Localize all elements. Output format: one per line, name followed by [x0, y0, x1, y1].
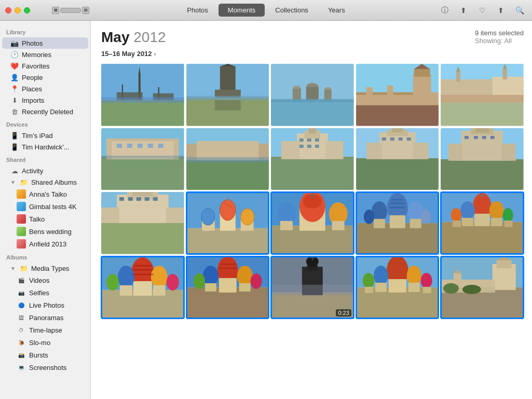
svg-rect-24 [271, 99, 354, 102]
expand-btn[interactable]: ⊟ [82, 7, 89, 14]
photo-11[interactable] [101, 192, 184, 254]
window-controls: ⊞ ⊟ [52, 7, 89, 14]
photo-13[interactable] [271, 192, 354, 254]
photo-2[interactable] [186, 64, 269, 126]
photo-16[interactable] [101, 256, 184, 319]
svg-point-172 [203, 266, 219, 286]
content-area: May 2012 9 items selected Showing: All 1… [91, 21, 532, 399]
selection-count: 9 items selected [475, 29, 524, 37]
sidebar-item-slo-mo[interactable]: 🐌 Slo-mo [2, 336, 88, 349]
svg-point-161 [151, 266, 168, 288]
sidebar-videos-label: Videos [29, 277, 50, 284]
search-button[interactable]: 🔍 [512, 4, 527, 17]
sidebar-item-tim-hardwick[interactable]: 📱 Tim Hardwick'... [2, 141, 88, 153]
tab-moments[interactable]: Moments [219, 4, 265, 17]
svg-rect-187 [271, 285, 354, 295]
svg-rect-47 [117, 144, 122, 148]
sidebar-toggle[interactable]: ⊞ [52, 7, 59, 14]
sidebar-item-photos[interactable]: 📷 Photos [2, 37, 88, 49]
sidebar-item-anfield[interactable]: Anfield 2013 [2, 238, 88, 250]
photo-15[interactable] [441, 192, 524, 254]
sidebar-item-activity[interactable]: ☁ Activity [2, 165, 88, 176]
svg-rect-26 [356, 103, 439, 126]
tab-years[interactable]: Years [319, 4, 354, 17]
fullscreen-button[interactable] [24, 7, 30, 13]
sidebar-item-bursts[interactable]: 📸 Bursts [2, 349, 88, 361]
photo-5[interactable] [441, 64, 524, 126]
svg-rect-57 [186, 157, 269, 162]
sidebar-item-live-photos[interactable]: 🔵 Live Photos [2, 299, 88, 311]
sidebar-timelapse-label: Time-lapse [29, 326, 62, 334]
sidebar-item-annas-taiko[interactable]: Anna's Taiko [2, 188, 88, 200]
photo-17[interactable] [186, 256, 269, 319]
sidebar-item-media-types[interactable]: ▼ 📁 Media Types [2, 263, 88, 274]
sidebar-item-bens-wedding[interactable]: Bens wedding [2, 225, 88, 238]
close-button[interactable] [5, 7, 11, 13]
photo-grid: 0:23 [101, 64, 524, 319]
sidebar-item-people[interactable]: 👤 People [2, 72, 88, 83]
svg-rect-39 [456, 72, 460, 82]
photo-19[interactable] [356, 256, 439, 319]
sidebar-item-videos[interactable]: 🎬 Videos [2, 274, 88, 286]
memories-icon: 🕐 [10, 50, 19, 59]
photo-8[interactable] [271, 128, 354, 190]
svg-rect-88 [501, 144, 516, 161]
photo-4[interactable] [356, 64, 439, 126]
photo-7[interactable] [186, 128, 269, 190]
sidebar-item-shared-albums[interactable]: ▼ 📁 Shared Albums [2, 176, 88, 188]
share-button[interactable]: ⬆ [456, 4, 471, 17]
photo-14[interactable] [356, 192, 439, 254]
svg-rect-146 [462, 218, 473, 226]
sidebar-item-selfies[interactable]: 📷 Selfies [2, 286, 88, 299]
sidebar-item-imports[interactable]: ⬇ Imports [2, 94, 88, 106]
sidebar-recently-deleted-label: Recently Deleted [22, 108, 73, 116]
svg-point-196 [363, 273, 374, 288]
sidebar-bens-wedding-label: Bens wedding [29, 228, 72, 236]
sidebar-item-memories[interactable]: 🕐 Memories [2, 49, 88, 60]
photo-3[interactable] [271, 64, 354, 126]
svg-rect-78 [382, 137, 386, 141]
favorite-button[interactable]: ♡ [475, 4, 489, 17]
date-range[interactable]: 15–16 May 2012 › [101, 50, 524, 58]
titlebar: ⊞ ⊟ Photos Moments Collections Years ⓘ ⬆… [0, 0, 532, 21]
photo-12[interactable] [186, 192, 269, 254]
svg-point-198 [420, 273, 432, 288]
photo-20[interactable] [441, 256, 524, 319]
sidebar-item-panoramas[interactable]: 🖼 Panoramas [2, 311, 88, 324]
photo-10[interactable] [441, 128, 524, 190]
upload-button[interactable]: ⬆ [494, 4, 508, 17]
svg-rect-144 [474, 214, 490, 226]
sidebar-photos-label: Photos [22, 39, 43, 47]
photo-1[interactable] [101, 64, 184, 126]
sidebar-item-screenshots[interactable]: 💻 Screenshots [2, 361, 88, 374]
sidebar-item-taiko[interactable]: Taiko [2, 213, 88, 225]
svg-rect-102 [137, 197, 141, 201]
photo-9[interactable] [356, 128, 439, 190]
tab-collections[interactable]: Collections [266, 4, 318, 17]
sidebar-item-gimbal-tests[interactable]: Gimbal tests 4K [2, 200, 88, 213]
navigation-tabs: Photos Moments Collections Years [178, 4, 354, 17]
svg-rect-103 [145, 197, 149, 201]
sidebar-item-favorites[interactable]: ❤️ Favorites [2, 60, 88, 72]
sidebar-item-places[interactable]: 📍 Places [2, 83, 88, 94]
svg-rect-67 [315, 139, 319, 142]
sidebar-item-tims-ipad[interactable]: 📱 Tim's iPad [2, 130, 88, 141]
sidebar-item-timelapse[interactable]: ⏱ Time-lapse [2, 324, 88, 336]
title-year: 2012 [133, 29, 166, 45]
photo-18[interactable]: 0:23 [271, 256, 354, 319]
favorites-icon: ❤️ [10, 62, 19, 70]
sidebar-taiko-label: Taiko [29, 215, 45, 223]
info-button[interactable]: ⓘ [438, 4, 452, 17]
photo-6[interactable] [101, 128, 184, 190]
tab-photos[interactable]: Photos [178, 4, 217, 17]
svg-point-194 [407, 266, 421, 285]
media-types-icon: 📁 [20, 264, 28, 272]
sidebar-activity-label: Activity [22, 167, 43, 175]
slo-mo-icon: 🐌 [17, 338, 26, 347]
ipad-icon: 📱 [10, 131, 19, 140]
svg-rect-100 [119, 197, 124, 201]
minimize-button[interactable] [15, 7, 21, 13]
screenshots-icon: 💻 [17, 363, 26, 372]
svg-rect-195 [408, 283, 420, 292]
sidebar-item-recently-deleted[interactable]: 🗑 Recently Deleted [2, 106, 88, 117]
